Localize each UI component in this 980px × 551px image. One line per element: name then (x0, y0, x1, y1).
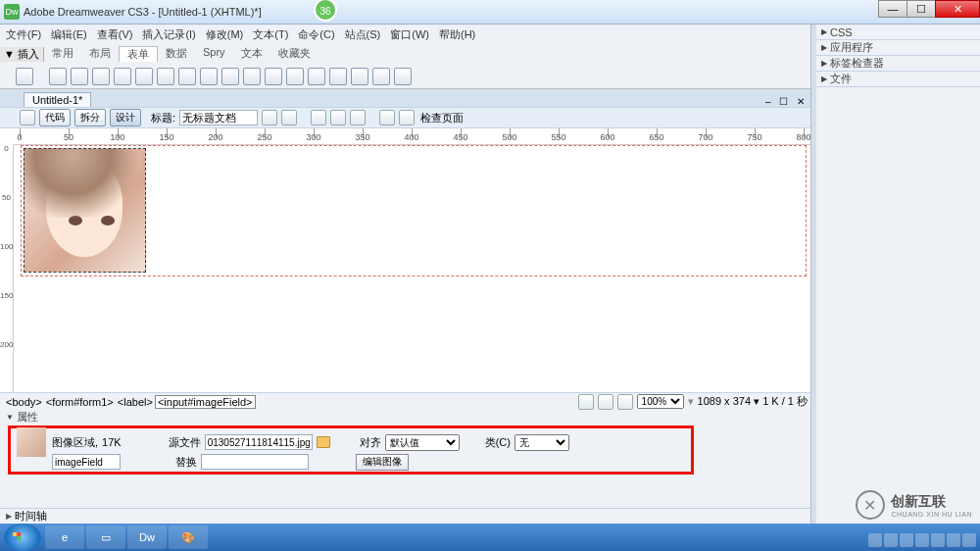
prop-name-input[interactable] (52, 454, 121, 470)
insert-tab-data[interactable]: 数据 (158, 46, 195, 62)
zoom-tool-icon[interactable] (617, 394, 633, 410)
path-form[interactable]: <form#form1> (44, 396, 116, 408)
code-button[interactable]: 代码 (39, 109, 71, 126)
tray-icon[interactable] (884, 533, 898, 547)
refresh-icon[interactable] (311, 110, 326, 125)
title-label: 标题: (151, 111, 175, 125)
tb-icon-1[interactable] (262, 110, 277, 125)
maximize-button[interactable] (906, 0, 936, 18)
tray-icon[interactable] (947, 533, 960, 547)
tray-icon[interactable] (900, 533, 913, 547)
task-paint-icon[interactable]: 🎨 (169, 526, 208, 549)
panel-tag-inspector[interactable]: 标签检查器 (816, 56, 980, 72)
task-explorer-icon[interactable]: ▭ (86, 526, 125, 549)
spry-val2-icon[interactable] (351, 68, 368, 85)
radiogroup-icon[interactable] (157, 68, 174, 85)
panel-splitter[interactable] (810, 25, 816, 524)
system-tray[interactable] (868, 533, 976, 547)
path-input[interactable]: <input#imageField> (155, 395, 256, 409)
tb-icon-3[interactable] (330, 110, 346, 125)
insert-lead[interactable]: ▼ 插入 (0, 47, 44, 62)
prop-src-label: 源文件 (169, 435, 201, 450)
zoom-select[interactable]: 100% (637, 394, 684, 409)
highlight-box: 图像区域, 17K 源文件 对齐 默认值 类(C) 无 替换 编辑图像 (8, 426, 694, 475)
insert-tab-spry[interactable]: Spry (195, 46, 233, 62)
tray-icon[interactable] (915, 533, 929, 547)
image-field[interactable] (24, 148, 146, 273)
imagefield-icon[interactable] (221, 68, 239, 85)
radio-icon[interactable] (135, 68, 153, 85)
path-label[interactable]: <label> (116, 396, 155, 408)
insert-tab-forms[interactable]: 表单 (119, 46, 158, 62)
code-view-icon[interactable] (20, 110, 35, 125)
properties-header[interactable]: 属性 (0, 410, 813, 425)
menu-window[interactable]: 窗口(W) (390, 27, 429, 42)
menu-modify[interactable]: 修改(M) (206, 27, 244, 42)
menu-view[interactable]: 查看(V) (97, 27, 133, 42)
browse-folder-icon[interactable] (317, 436, 330, 448)
tb-icon-2[interactable] (281, 110, 297, 125)
spry-val3-icon[interactable] (372, 68, 390, 85)
list-icon[interactable] (178, 68, 196, 85)
jump-icon[interactable] (200, 68, 218, 85)
textarea-icon[interactable] (92, 68, 110, 85)
title-input[interactable] (179, 110, 258, 125)
design-canvas[interactable] (15, 145, 812, 392)
split-button[interactable]: 拆分 (74, 109, 106, 126)
form-outline[interactable] (21, 145, 807, 276)
tray-icon[interactable] (962, 533, 976, 547)
window-title: Adobe Dreamweaver CS3 - [Untitled-1 (XHT… (24, 6, 262, 18)
edit-image-button[interactable]: 编辑图像 (356, 454, 409, 471)
panel-files[interactable]: 文件 (816, 72, 980, 87)
task-ie-icon[interactable]: e (45, 526, 84, 549)
insert-tab-text[interactable]: 文本 (233, 46, 270, 62)
menu-file[interactable]: 文件(F) (6, 27, 41, 42)
hidden-icon[interactable] (71, 68, 88, 85)
fieldset-icon[interactable] (308, 68, 325, 85)
menu-site[interactable]: 站点(S) (345, 27, 381, 42)
close-button[interactable] (935, 0, 980, 18)
tray-icon[interactable] (868, 533, 882, 547)
menu-insert[interactable]: 插入记录(I) (142, 27, 195, 42)
panel-app[interactable]: 应用程序 (816, 40, 980, 56)
menu-text[interactable]: 文本(T) (253, 27, 288, 42)
prop-src-input[interactable] (205, 434, 313, 450)
watermark-logo-icon (856, 490, 885, 520)
label-icon[interactable] (286, 68, 304, 85)
start-button[interactable] (4, 524, 41, 551)
tb-icon-5[interactable] (399, 110, 415, 125)
insert-tab-fav[interactable]: 收藏夹 (270, 46, 318, 62)
panel-css[interactable]: CSS (816, 25, 980, 40)
task-dreamweaver-icon[interactable]: Dw (127, 526, 167, 549)
checkbox-icon[interactable] (114, 68, 131, 85)
preview-icon[interactable] (379, 110, 395, 125)
path-body[interactable]: <body> (4, 396, 44, 408)
form-icon[interactable] (16, 68, 33, 85)
hand-tool-icon[interactable] (598, 394, 613, 410)
insert-tab-layout[interactable]: 布局 (81, 46, 119, 62)
spry-val1-icon[interactable] (329, 68, 347, 85)
insert-tab-common[interactable]: 常用 (44, 46, 81, 62)
spry-val4-icon[interactable] (394, 68, 412, 85)
prop-alt-input[interactable] (201, 454, 309, 470)
tray-icon[interactable] (931, 533, 945, 547)
textfield-icon[interactable] (49, 68, 67, 85)
button-icon[interactable] (265, 68, 282, 85)
menu-commands[interactable]: 命令(C) (298, 27, 334, 42)
filefield-icon[interactable] (243, 68, 261, 85)
prop-size: 17K (102, 436, 122, 448)
doc-window-ops[interactable]: – ☐ ✕ (765, 96, 808, 107)
vertical-ruler: 050100150200 (0, 144, 14, 393)
timeline-panel-header[interactable]: 时间轴 (0, 508, 813, 524)
minimize-button[interactable] (878, 0, 907, 18)
document-tab[interactable]: Untitled-1* (24, 92, 91, 107)
notification-badge[interactable]: 36 (314, 0, 337, 22)
design-button[interactable]: 设计 (110, 109, 141, 126)
menu-help[interactable]: 帮助(H) (439, 27, 475, 42)
check-page-button[interactable]: 检查页面 (420, 111, 464, 125)
tb-icon-4[interactable] (350, 110, 366, 125)
select-tool-icon[interactable] (578, 394, 594, 410)
prop-align-select[interactable]: 默认值 (385, 434, 460, 451)
prop-class-select[interactable]: 无 (514, 434, 569, 451)
menu-edit[interactable]: 编辑(E) (51, 27, 87, 42)
